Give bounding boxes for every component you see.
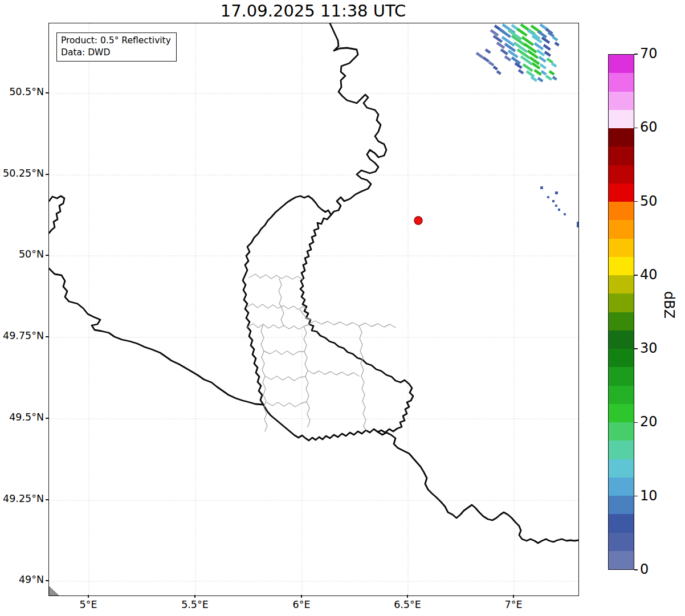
border-belgium-germany (330, 23, 386, 215)
echo-streak (555, 43, 559, 46)
colorbar-segment (609, 349, 634, 367)
echo-streak (483, 58, 489, 62)
echo-streak (548, 32, 554, 36)
echo-streak (494, 67, 498, 70)
echo-speck (564, 213, 566, 215)
product-info-box: Product: 0.5° Reflectivity Data: DWD (56, 32, 177, 62)
echo-streak (523, 64, 532, 71)
colorbar-tick-mark (634, 348, 638, 349)
x-tick-label: 6°E (276, 599, 327, 610)
echo-streak (547, 59, 553, 63)
y-tick-mark (46, 174, 48, 174)
border-france-belgium-north (49, 196, 64, 233)
echo-streak (546, 76, 552, 80)
echo-streak (553, 37, 557, 40)
echo-streak (502, 37, 514, 46)
echo-streak (542, 38, 549, 43)
y-tick-label: 49°N (1, 574, 44, 585)
echo-streak (538, 78, 543, 81)
echo-streak (515, 63, 521, 68)
echo-edge-bar (577, 222, 578, 227)
y-tick-mark (46, 499, 48, 500)
echo-streak (531, 77, 537, 81)
colorbar-tick-label: 60 (640, 119, 658, 135)
colorbar-segment (609, 110, 634, 128)
y-tick-label: 49.75°N (1, 330, 44, 341)
colorbar-tick-mark (634, 54, 638, 54)
colorbar-tick-mark (634, 128, 638, 128)
echo-streak (537, 50, 544, 55)
colorbar-segment (609, 239, 634, 257)
radar-site-marker (414, 217, 422, 225)
colorbar-segment (609, 551, 634, 569)
colorbar-tick-mark (634, 422, 638, 423)
colorbar-segment (609, 275, 634, 293)
echo-streak (517, 29, 527, 35)
echo-streak (539, 57, 545, 62)
border-france-belgium (49, 268, 263, 405)
echo-streak (505, 56, 511, 60)
echo-streak (497, 71, 501, 74)
colorbar-tick-label: 50 (640, 193, 658, 209)
colorbar-tick-label: 70 (640, 46, 658, 62)
colorbar-tick-mark (634, 275, 638, 275)
echo-streak (501, 50, 507, 54)
x-tick-label: 7°E (488, 599, 539, 610)
x-tick-label: 5°E (63, 599, 114, 610)
echo-speck (555, 191, 558, 194)
y-tick-label: 49.25°N (1, 493, 44, 504)
y-tick-mark (46, 92, 48, 93)
graticule-grid (49, 23, 578, 595)
colorbar-segment (609, 533, 634, 551)
colorbar-segment (609, 440, 634, 459)
colorbar-segment (609, 312, 634, 331)
y-tick-mark (46, 255, 48, 255)
y-tick-label: 50.5°N (1, 86, 44, 97)
colorbar-segment (609, 165, 634, 183)
colorbar-segment (609, 128, 634, 146)
colorbar-tick-label: 10 (640, 488, 658, 504)
colorbar-segment (609, 514, 634, 532)
y-tick-label: 49.5°N (1, 411, 44, 423)
colorbar-tick-label: 30 (640, 340, 658, 356)
x-tick-mark (513, 595, 513, 598)
colorbar-tick-label: 20 (640, 414, 658, 430)
colorbar-segment (609, 422, 634, 440)
echo-streak (508, 51, 517, 57)
colorbar-axis-label: dBZ (661, 291, 677, 319)
echo-streak (494, 36, 502, 42)
colorbar-segment (609, 367, 634, 385)
echo-streak (486, 50, 490, 53)
echo-streak (519, 70, 523, 74)
y-tick-label: 50.25°N (1, 168, 44, 179)
colorbar-segment (609, 55, 634, 73)
echo-streak (497, 43, 504, 48)
colorbar-segment (609, 386, 634, 404)
echo-streak (476, 53, 483, 58)
colorbar-segment (609, 404, 634, 422)
data-source-line: Data: DWD (61, 47, 171, 59)
echo-streak (491, 30, 498, 35)
colorbar-segment (609, 293, 634, 312)
y-tick-label: 50°N (1, 248, 44, 260)
echo-streak (545, 52, 551, 56)
echo-streak (489, 62, 494, 66)
colorbar-segment (609, 92, 634, 110)
colorbar-segment (609, 496, 634, 514)
map-corner-artifact (49, 586, 59, 595)
echo-streak (535, 70, 541, 75)
colorbar-segment (609, 220, 634, 238)
x-tick-label: 6.5°E (382, 599, 433, 610)
y-tick-mark (46, 418, 48, 418)
colorbar (608, 54, 634, 570)
canton-borders (247, 274, 395, 431)
colorbar-tick-label: 40 (640, 267, 658, 283)
echo-streak (527, 71, 534, 76)
echo-speck (558, 209, 560, 211)
colorbar-tick-label: 0 (640, 561, 649, 577)
colorbar-tick-mark (634, 569, 638, 570)
colorbar-segment (609, 478, 634, 496)
echo-streak (541, 71, 546, 75)
echo-streak (535, 43, 543, 49)
x-tick-mark (194, 595, 195, 598)
